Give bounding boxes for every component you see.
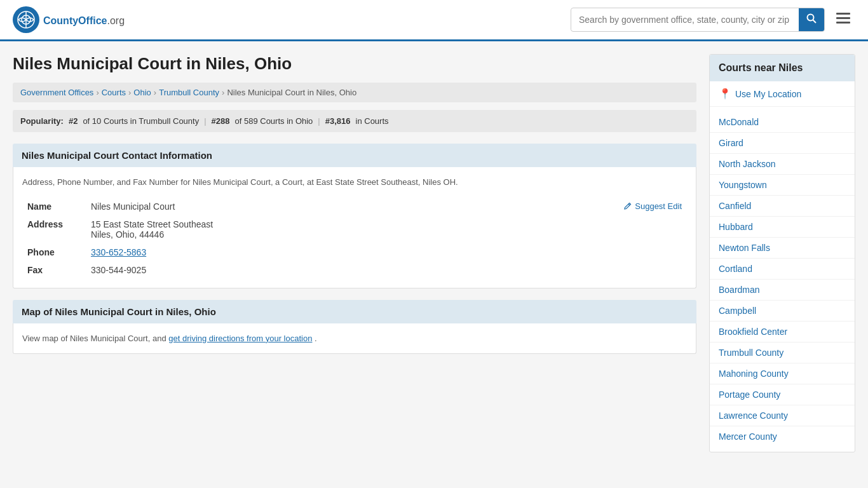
phone-label: Phone (22, 243, 86, 261)
list-item: Newton Falls (710, 238, 855, 259)
logo-area: CountyOffice.org (13, 6, 125, 33)
list-item: Mahoning County (710, 363, 855, 384)
sidebar-nearby-link[interactable]: Mercer County (710, 426, 855, 447)
list-item: Brookfield Center (710, 322, 855, 342)
sidebar-nearby-link[interactable]: Campbell (710, 301, 855, 321)
svg-rect-5 (836, 13, 850, 15)
list-item: Cortland (710, 259, 855, 280)
list-item: McDonald (710, 112, 855, 133)
menu-button[interactable] (831, 9, 855, 30)
list-item: Mercer County (710, 426, 855, 447)
sidebar-nearby-link[interactable]: McDonald (710, 112, 855, 132)
main-content: Niles Municipal Court in Niles, Ohio Gov… (13, 54, 696, 452)
list-item: Girard (710, 133, 855, 154)
table-row-name: Name Niles Municipal Court Suggest Edit (22, 198, 687, 215)
fax-label: Fax (22, 261, 86, 279)
sep-pop-1: | (204, 116, 206, 126)
list-item: Canfield (710, 196, 855, 217)
name-value: Niles Municipal Court Suggest Edit (86, 198, 687, 215)
popularity-rank2: #288 (212, 116, 230, 126)
nearby-courts-list: McDonaldGirardNorth JacksonYoungstownCan… (710, 107, 855, 452)
sidebar-nearby-link[interactable]: Mahoning County (710, 363, 855, 384)
phone-value: 330-652-5863 (86, 243, 687, 261)
svg-line-8 (628, 204, 630, 205)
sidebar-nearby-link[interactable]: Portage County (710, 384, 855, 405)
popularity-rank2-desc: of 589 Courts in Ohio (235, 116, 313, 126)
header: CountyOffice.org (0, 0, 868, 41)
breadcrumb-sep-3: › (154, 88, 156, 97)
search-button[interactable] (799, 8, 824, 31)
main-container: Niles Municipal Court in Niles, Ohio Gov… (0, 41, 868, 465)
suggest-edit-button[interactable]: Suggest Edit (623, 201, 682, 211)
name-label: Name (22, 198, 86, 215)
page-title: Niles Municipal Court in Niles, Ohio (13, 54, 696, 74)
search-bar (571, 8, 825, 32)
popularity-label: Popularity: (20, 116, 64, 126)
popularity-rank3: #3,816 (325, 116, 351, 126)
breadcrumb-item-ohio[interactable]: Ohio (133, 88, 151, 97)
breadcrumb-item-county[interactable]: Trumbull County (159, 88, 219, 97)
phone-link[interactable]: 330-652-5863 (91, 247, 146, 257)
contact-description: Address, Phone Number, and Fax Number fo… (22, 176, 687, 189)
sidebar-box: Courts near Niles 📍 Use My Location McDo… (709, 54, 855, 452)
breadcrumb: Government Offices › Courts › Ohio › Tru… (13, 83, 696, 102)
map-section: Map of Niles Municipal Court in Niles, O… (13, 300, 696, 355)
header-right (571, 8, 855, 32)
sidebar-nearby-link[interactable]: North Jackson (710, 154, 855, 174)
address-line1: 15 East State Street Southeast (91, 219, 682, 229)
use-location-row: 📍 Use My Location (710, 81, 855, 107)
popularity-rank1-desc: of 10 Courts in Trumbull County (83, 116, 199, 126)
address-label: Address (22, 215, 86, 243)
breadcrumb-sep-4: › (222, 88, 224, 97)
fax-value: 330-544-9025 (86, 261, 687, 279)
sidebar-nearby-link[interactable]: Hubbard (710, 217, 855, 237)
logo-text: CountyOffice.org (43, 13, 125, 27)
sidebar-nearby-link[interactable]: Youngstown (710, 175, 855, 195)
map-section-body: View map of Niles Municipal Court, and g… (13, 323, 696, 355)
list-item: Boardman (710, 280, 855, 301)
use-location-link[interactable]: Use My Location (735, 89, 801, 99)
list-item: North Jackson (710, 154, 855, 175)
list-item: Hubbard (710, 217, 855, 238)
popularity-rank1: #2 (69, 116, 78, 126)
breadcrumb-item-gov[interactable]: Government Offices (20, 88, 93, 97)
list-item: Trumbull County (710, 342, 855, 363)
sidebar: Courts near Niles 📍 Use My Location McDo… (709, 54, 855, 452)
table-row-address: Address 15 East State Street Southeast N… (22, 215, 687, 243)
svg-line-4 (813, 20, 817, 24)
breadcrumb-item-current: Niles Municipal Court in Niles, Ohio (227, 88, 356, 97)
table-row-fax: Fax 330-544-9025 (22, 261, 687, 279)
popularity-bar: Popularity: #2 of 10 Courts in Trumbull … (13, 110, 696, 132)
breadcrumb-sep-2: › (128, 88, 131, 97)
address-value: 15 East State Street Southeast Niles, Oh… (86, 215, 687, 243)
sidebar-nearby-link[interactable]: Newton Falls (710, 238, 855, 258)
address-line2: Niles, Ohio, 44446 (91, 229, 682, 240)
list-item: Youngstown (710, 175, 855, 196)
sidebar-nearby-link[interactable]: Lawrence County (710, 405, 855, 426)
breadcrumb-item-courts[interactable]: Courts (102, 88, 126, 97)
map-description: View map of Niles Municipal Court, and g… (22, 332, 687, 345)
table-row-phone: Phone 330-652-5863 (22, 243, 687, 261)
contact-section-header: Niles Municipal Court Contact Informatio… (13, 144, 696, 167)
sep-pop-2: | (318, 116, 320, 126)
svg-point-3 (808, 15, 814, 21)
location-pin-icon: 📍 (719, 88, 731, 100)
list-item: Portage County (710, 384, 855, 405)
sidebar-nearby-link[interactable]: Boardman (710, 280, 855, 300)
sidebar-title: Courts near Niles (710, 55, 855, 81)
breadcrumb-sep-1: › (96, 88, 98, 97)
sidebar-nearby-link[interactable]: Canfield (710, 196, 855, 216)
map-section-header: Map of Niles Municipal Court in Niles, O… (13, 300, 696, 323)
search-input[interactable] (571, 10, 799, 30)
sidebar-nearby-link[interactable]: Brookfield Center (710, 322, 855, 342)
driving-directions-link[interactable]: get driving directions from your locatio… (168, 334, 312, 343)
contact-section-body: Address, Phone Number, and Fax Number fo… (13, 167, 696, 288)
svg-rect-6 (836, 17, 850, 19)
sidebar-nearby-link[interactable]: Trumbull County (710, 342, 855, 363)
popularity-rank3-desc: in Courts (356, 116, 389, 126)
contact-info-table: Name Niles Municipal Court Suggest Edit (22, 198, 687, 279)
sidebar-nearby-link[interactable]: Girard (710, 133, 855, 153)
sidebar-nearby-link[interactable]: Cortland (710, 259, 855, 279)
list-item: Lawrence County (710, 405, 855, 426)
logo-icon (13, 6, 39, 33)
